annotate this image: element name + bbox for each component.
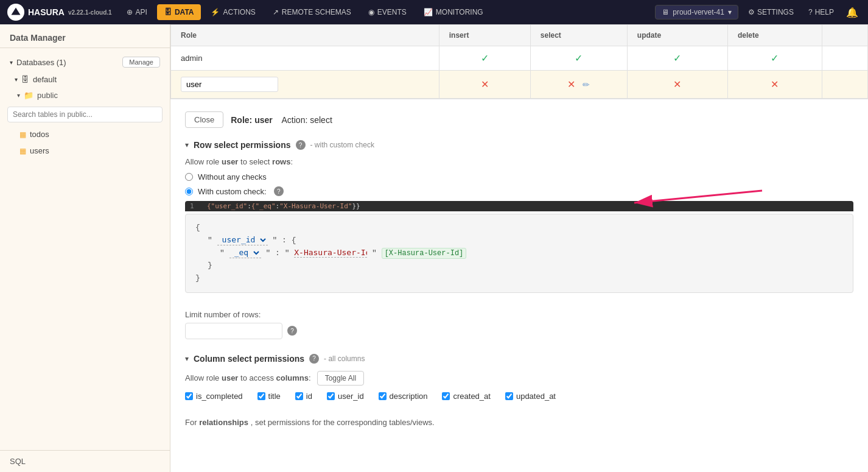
- allow-rows-text: Allow role user to select rows:: [185, 157, 853, 166]
- toggle-all-button[interactable]: Toggle All: [317, 371, 364, 386]
- sidebar-item-todos[interactable]: ▦ todos: [0, 126, 170, 143]
- sidebar: Data Manager ▾ Databases (1) Manage ▾ 🗄 …: [0, 24, 170, 472]
- col-check-is-completed[interactable]: is_completed: [185, 392, 243, 401]
- env-icon: 🖥: [662, 8, 669, 16]
- cross-icon: ✕: [567, 79, 575, 90]
- is-completed-checkbox[interactable]: [185, 392, 193, 400]
- insert-cell[interactable]: ✕: [439, 71, 530, 99]
- public-schema-row[interactable]: ▾ 📁 public: [0, 88, 170, 103]
- update-cell[interactable]: ✓: [627, 46, 727, 71]
- col-header-role: Role: [171, 25, 439, 46]
- col-check-id[interactable]: id: [295, 392, 312, 401]
- select-cell[interactable]: ✕ ✏: [530, 71, 627, 99]
- json-editor[interactable]: { " user_id " : { " _eq " : ": [185, 214, 853, 293]
- column-checkboxes: is_completed title id user_id: [185, 392, 853, 401]
- remote-schemas-icon: ↗: [273, 8, 279, 16]
- field-selector-user-id[interactable]: user_id: [217, 234, 268, 245]
- col-check-created-at[interactable]: created_at: [442, 392, 490, 401]
- chevron-down-icon: ▾: [185, 354, 189, 363]
- app-name: HASURA: [28, 7, 65, 17]
- help-circle-icon[interactable]: ?: [287, 326, 297, 336]
- limit-input[interactable]: [185, 323, 282, 339]
- help-link[interactable]: ? HELP: [803, 5, 839, 19]
- notifications-bell[interactable]: 🔔: [844, 4, 861, 21]
- extra-cell: [822, 46, 867, 71]
- column-permissions-allow-row: Allow role user to access columns: Toggl…: [185, 371, 853, 386]
- role-cell: [171, 71, 439, 99]
- row-permissions-header[interactable]: ▾ Row select permissions ? - with custom…: [185, 140, 853, 150]
- help-circle-icon[interactable]: ?: [274, 186, 284, 196]
- description-checkbox[interactable]: [379, 392, 387, 400]
- eq-value-input[interactable]: [294, 248, 367, 258]
- no-check-option[interactable]: Without any checks: [185, 172, 853, 181]
- table-row: ✕ ✕ ✏ ✕ ✕: [171, 71, 868, 99]
- default-db-row[interactable]: ▾ 🗄 default: [0, 71, 170, 88]
- nav-api[interactable]: ⊕ API: [119, 4, 155, 20]
- app-logo: HASURA v2.22.1-cloud.1: [7, 4, 112, 21]
- limit-row: ?: [185, 323, 853, 339]
- events-icon: ◉: [368, 8, 374, 16]
- select-cell[interactable]: ✓: [530, 46, 627, 71]
- delete-cell[interactable]: ✕: [728, 71, 822, 99]
- code-arrow-section: 1 {"user_id":{"_eq":"X-Hasura-User-Id"}}: [185, 201, 853, 211]
- cross-icon: ✕: [673, 79, 681, 90]
- help-circle-icon[interactable]: ?: [309, 354, 319, 364]
- col-check-updated-at[interactable]: updated_at: [505, 392, 556, 401]
- nav-events[interactable]: ◉ EVENTS: [361, 4, 414, 20]
- col-check-title[interactable]: title: [257, 392, 281, 401]
- close-button[interactable]: Close: [185, 111, 223, 128]
- allow-columns-text: Allow role user to access columns:: [185, 373, 311, 382]
- environment-selector[interactable]: 🖥 proud-vervet-41 ▾: [655, 5, 738, 19]
- no-check-label: Without any checks: [198, 172, 267, 181]
- manage-button[interactable]: Manage: [122, 57, 160, 68]
- role-cell: admin: [171, 46, 439, 71]
- col-check-description[interactable]: description: [379, 392, 428, 401]
- user-id-checkbox[interactable]: [327, 392, 335, 400]
- actions-icon: ⚡: [211, 8, 220, 16]
- column-permissions-subtitle: - all columns: [324, 354, 365, 363]
- column-permissions-header[interactable]: ▾ Column select permissions ? - all colu…: [185, 354, 853, 364]
- settings-link[interactable]: ⚙ SETTINGS: [743, 5, 799, 19]
- update-cell[interactable]: ✕: [627, 71, 727, 99]
- no-check-radio[interactable]: [185, 173, 193, 181]
- permission-panel: Close Role: user Action: select ▾ Row se…: [170, 99, 868, 439]
- cross-icon: ✕: [771, 79, 779, 90]
- chevron-down-icon: ▾: [185, 141, 189, 149]
- table-row: admin ✓ ✓ ✓ ✓: [171, 46, 868, 71]
- nav-monitoring[interactable]: 📈 MONITORING: [416, 4, 491, 20]
- id-checkbox[interactable]: [295, 392, 303, 400]
- relationships-note: For relationships , set permissions for …: [185, 418, 853, 427]
- col-check-user-id[interactable]: user_id: [327, 392, 364, 401]
- schema-label: public: [37, 91, 58, 100]
- sidebar-item-users[interactable]: ▦ users: [0, 143, 170, 159]
- nav-remote-schemas[interactable]: ↗ REMOTE SCHEMAS: [265, 4, 359, 20]
- role-input[interactable]: [181, 77, 278, 92]
- insert-cell[interactable]: ✓: [439, 46, 530, 71]
- custom-check-option[interactable]: With custom check: ?: [185, 186, 853, 196]
- check-icon: ✓: [575, 53, 583, 63]
- json-open-brace: {: [195, 222, 843, 234]
- created-at-checkbox[interactable]: [442, 392, 450, 400]
- col-header-select: select: [530, 25, 627, 46]
- delete-cell[interactable]: ✓: [728, 46, 822, 71]
- help-circle-icon[interactable]: ?: [296, 140, 306, 150]
- table-icon: ▦: [19, 147, 26, 155]
- limit-rows-section: Limit number of rows: ?: [185, 310, 853, 339]
- updated-at-checkbox[interactable]: [505, 392, 513, 400]
- nav-actions[interactable]: ⚡ ACTIONS: [203, 4, 262, 20]
- search-input[interactable]: [7, 107, 163, 122]
- nav-data[interactable]: 🗄 DATA: [157, 4, 201, 20]
- cross-icon: ✕: [481, 79, 489, 90]
- row-permissions-section: ▾ Row select permissions ? - with custom…: [185, 140, 853, 293]
- help-icon: ?: [808, 8, 813, 16]
- databases-row[interactable]: ▾ Databases (1) Manage: [0, 53, 170, 71]
- gear-icon: ⚙: [748, 8, 755, 16]
- field-selector-eq[interactable]: _eq: [229, 247, 261, 258]
- edit-pencil-icon[interactable]: ✏: [583, 80, 590, 90]
- title-checkbox[interactable]: [257, 392, 265, 400]
- search-section: [0, 103, 170, 126]
- api-icon: ⊕: [127, 8, 133, 16]
- custom-check-radio[interactable]: [185, 188, 193, 195]
- col-header-extra: [822, 25, 867, 46]
- sql-section[interactable]: SQL: [0, 450, 170, 472]
